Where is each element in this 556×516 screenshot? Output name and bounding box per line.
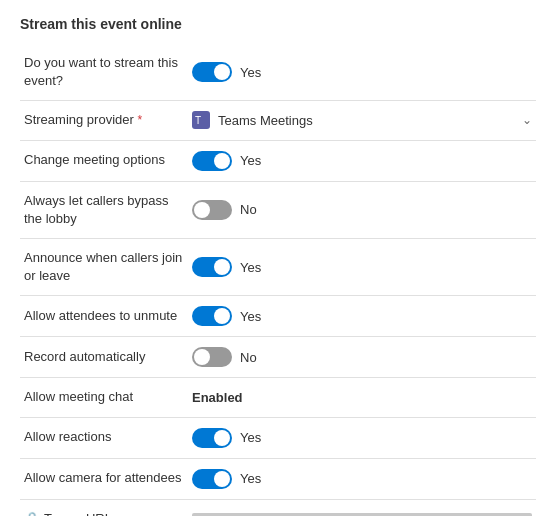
announce-join-leave-toggle[interactable]: [192, 257, 232, 277]
allow-reactions-label: Allow reactions: [20, 417, 188, 458]
stream-online-label: Do you want to stream this event?: [20, 44, 188, 101]
record-automatically-toggle[interactable]: [192, 347, 232, 367]
change-meeting-options-value: Yes: [188, 140, 536, 181]
toggle-knob: [214, 430, 230, 446]
streaming-provider-label: Streaming provider *: [20, 101, 188, 140]
table-row: Change meeting options Yes: [20, 140, 536, 181]
record-automatically-toggle-container: No: [192, 347, 532, 367]
stream-online-value: Yes: [188, 44, 536, 101]
announce-join-leave-toggle-label: Yes: [240, 260, 261, 275]
stream-online-panel: Stream this event online Do you want to …: [0, 0, 556, 516]
stream-online-toggle[interactable]: [192, 62, 232, 82]
toggle-knob: [194, 202, 210, 218]
record-automatically-value: No: [188, 337, 536, 378]
bypass-lobby-toggle-label: No: [240, 202, 257, 217]
allow-reactions-toggle-container: Yes: [192, 428, 532, 448]
provider-name: Teams Meetings: [218, 113, 514, 128]
allow-meeting-chat-value: Enabled: [188, 378, 536, 417]
stream-online-toggle-label: Yes: [240, 65, 261, 80]
settings-table: Do you want to stream this event? Yes St…: [20, 44, 536, 516]
table-row: Allow reactions Yes: [20, 417, 536, 458]
required-star: *: [137, 113, 142, 127]
table-row: Allow attendees to unmute Yes: [20, 296, 536, 337]
allow-reactions-value: Yes: [188, 417, 536, 458]
change-meeting-options-label: Change meeting options: [20, 140, 188, 181]
table-row: Do you want to stream this event? Yes: [20, 44, 536, 101]
table-row: Allow camera for attendees Yes: [20, 458, 536, 499]
change-meeting-options-toggle-container: Yes: [192, 151, 532, 171]
bypass-lobby-toggle[interactable]: [192, 200, 232, 220]
allow-camera-value: Yes: [188, 458, 536, 499]
panel-title: Stream this event online: [20, 16, 536, 32]
svg-text:T: T: [195, 115, 201, 126]
bypass-lobby-label: Always let callers bypass the lobby: [20, 181, 188, 238]
table-row: Allow meeting chat Enabled: [20, 378, 536, 417]
teams-icon: T: [192, 111, 210, 129]
table-row: Announce when callers join or leave Yes: [20, 238, 536, 295]
allow-unmute-label: Allow attendees to unmute: [20, 296, 188, 337]
teams-url-value: [188, 499, 536, 516]
teams-url-label: 🔒 Teams URL: [20, 499, 188, 516]
toggle-knob: [214, 471, 230, 487]
allow-camera-label: Allow camera for attendees: [20, 458, 188, 499]
stream-online-toggle-container: Yes: [192, 62, 532, 82]
change-meeting-options-toggle[interactable]: [192, 151, 232, 171]
toggle-knob: [214, 308, 230, 324]
teams-url-label-container: 🔒 Teams URL: [24, 510, 184, 517]
allow-camera-toggle-label: Yes: [240, 471, 261, 486]
toggle-knob: [214, 259, 230, 275]
bypass-lobby-toggle-container: No: [192, 200, 532, 220]
table-row: Always let callers bypass the lobby No: [20, 181, 536, 238]
allow-reactions-toggle[interactable]: [192, 428, 232, 448]
streaming-provider-value: T Teams Meetings ⌄: [188, 101, 536, 140]
announce-join-leave-value: Yes: [188, 238, 536, 295]
toggle-knob: [214, 64, 230, 80]
toggle-knob: [194, 349, 210, 365]
record-automatically-label: Record automatically: [20, 337, 188, 378]
lock-icon: 🔒: [24, 510, 40, 517]
allow-unmute-toggle-label: Yes: [240, 309, 261, 324]
allow-meeting-chat-label: Allow meeting chat: [20, 378, 188, 417]
allow-reactions-toggle-label: Yes: [240, 430, 261, 445]
allow-camera-toggle-container: Yes: [192, 469, 532, 489]
allow-unmute-value: Yes: [188, 296, 536, 337]
allow-unmute-toggle-container: Yes: [192, 306, 532, 326]
toggle-knob: [214, 153, 230, 169]
table-row: Record automatically No: [20, 337, 536, 378]
provider-dropdown[interactable]: T Teams Meetings ⌄: [192, 111, 532, 129]
change-meeting-options-toggle-label: Yes: [240, 153, 261, 168]
allow-camera-toggle[interactable]: [192, 469, 232, 489]
allow-unmute-toggle[interactable]: [192, 306, 232, 326]
record-automatically-toggle-label: No: [240, 350, 257, 365]
bypass-lobby-value: No: [188, 181, 536, 238]
chevron-down-icon: ⌄: [522, 113, 532, 127]
announce-join-leave-label: Announce when callers join or leave: [20, 238, 188, 295]
table-row: Streaming provider * T Teams Meetings ⌄: [20, 101, 536, 140]
allow-meeting-chat-status: Enabled: [192, 390, 243, 405]
table-row: 🔒 Teams URL: [20, 499, 536, 516]
announce-join-leave-toggle-container: Yes: [192, 257, 532, 277]
